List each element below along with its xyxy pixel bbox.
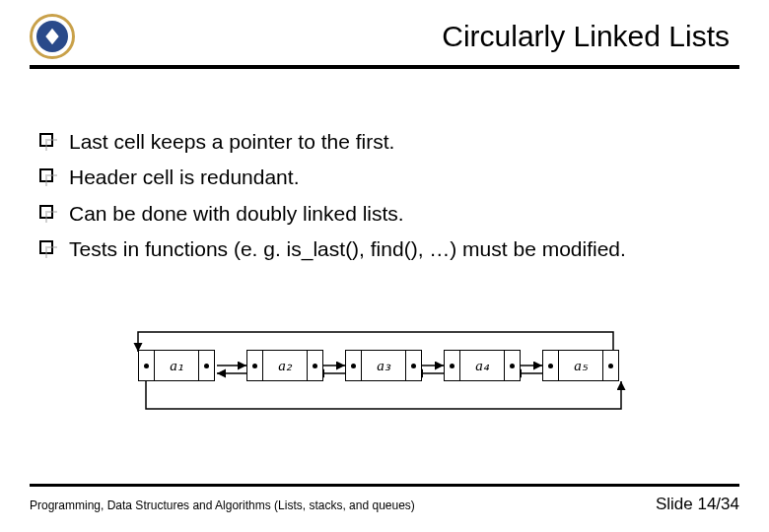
list-node: a₁ [138, 350, 215, 381]
bullet-item: Last cell keeps a pointer to the first. [39, 128, 730, 156]
node-value: a₁ [155, 351, 198, 380]
bullet-text: Last cell keeps a pointer to the first. [69, 128, 394, 156]
list-node: a₂ [246, 350, 323, 381]
bullet-item: Tests in functions (e. g. is_last(), fin… [39, 235, 730, 263]
bullet-item: Header cell is redundant. [39, 164, 730, 191]
bullet-square-icon [39, 168, 53, 182]
circular-list-diagram: a₁ a₂ a₃ a₄ a₅ [108, 322, 661, 431]
organization-seal-icon [30, 14, 75, 59]
slide-body: Last cell keeps a pointer to the first. … [0, 69, 769, 431]
list-node: a₄ [444, 350, 521, 381]
list-node: a₅ [542, 350, 619, 381]
node-value: a₂ [263, 351, 307, 380]
footer-course-info: Programming, Data Structures and Algorit… [30, 499, 415, 512]
node-value: a₃ [362, 351, 405, 380]
slide-title: Circularly Linked Lists [75, 20, 739, 53]
slide-number: Slide 14/34 [656, 495, 739, 514]
footer-divider [30, 484, 739, 487]
bullet-text: Tests in functions (e. g. is_last(), fin… [69, 235, 626, 263]
list-node: a₃ [345, 350, 422, 381]
node-value: a₄ [460, 351, 504, 380]
bullet-square-icon [39, 240, 53, 254]
bullet-text: Header cell is redundant. [69, 164, 299, 191]
node-value: a₅ [559, 351, 602, 380]
slide-footer: Programming, Data Structures and Algorit… [0, 484, 769, 514]
bullet-square-icon [39, 205, 53, 219]
bullet-item: Can be done with doubly linked lists. [39, 200, 730, 228]
bullet-square-icon [39, 133, 53, 147]
slide-header: Circularly Linked Lists [0, 0, 769, 65]
bullet-text: Can be done with doubly linked lists. [69, 200, 404, 228]
